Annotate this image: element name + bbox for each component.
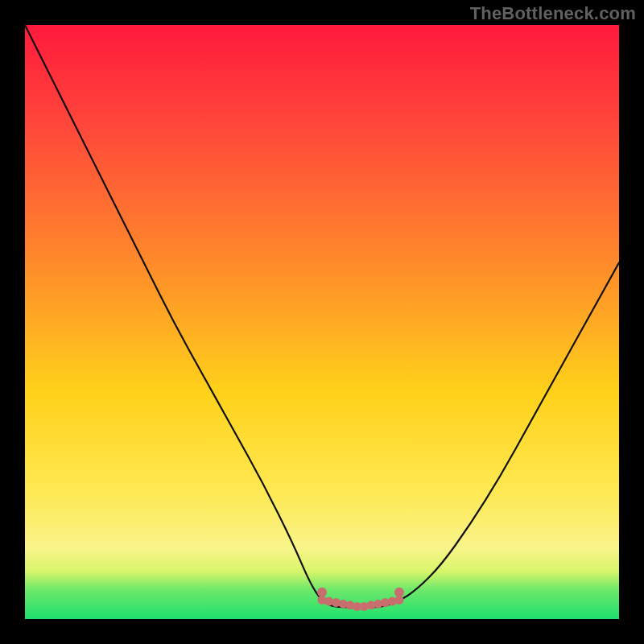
watermark-text: TheBottleneck.com — [470, 3, 636, 24]
plot-area — [25, 25, 619, 619]
chart-frame: TheBottleneck.com — [0, 0, 644, 644]
bottleneck-curve — [25, 25, 619, 607]
flat-dot-end — [394, 588, 404, 597]
flat-dot-end — [317, 588, 327, 597]
flat-region-dots — [317, 588, 404, 611]
curve-layer — [25, 25, 619, 619]
